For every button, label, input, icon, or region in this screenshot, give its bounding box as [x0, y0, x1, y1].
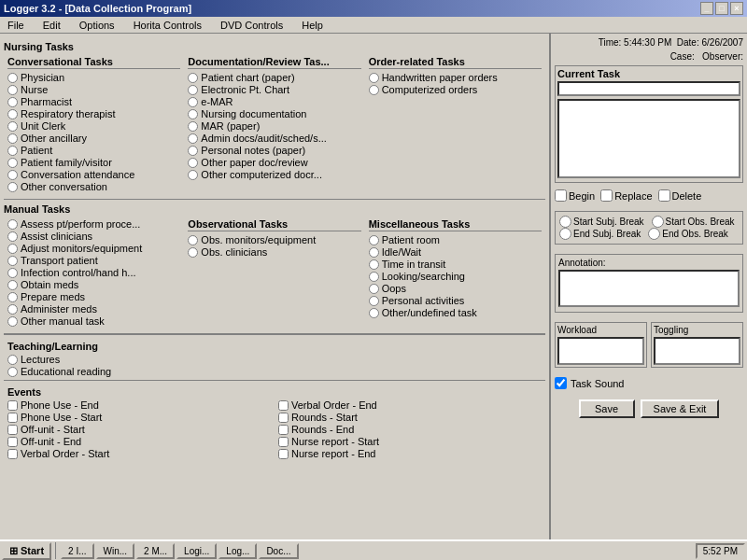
- current-task-textarea[interactable]: [557, 99, 740, 178]
- off-unit-start-check[interactable]: [7, 425, 18, 435]
- other-ancillary-radio[interactable]: [7, 133, 18, 144]
- taskbar: ⊞ Start 2 I... Win... 2 M... Logi... Log…: [0, 539, 747, 560]
- title-bar: Logger 3.2 - [Data Collection Program] _…: [0, 0, 747, 17]
- menu-dvd[interactable]: DVD Controls: [217, 20, 287, 31]
- start-subj-break-radio[interactable]: [559, 216, 571, 228]
- phone-start-check[interactable]: [7, 413, 18, 423]
- menu-horita[interactable]: Horita Controls: [130, 20, 205, 31]
- computerized-orders-radio[interactable]: [369, 85, 379, 95]
- taskbar-item-3[interactable]: 2 M...: [136, 543, 175, 559]
- nurse-report-start-check[interactable]: [278, 437, 289, 447]
- start-button[interactable]: ⊞ Start: [2, 542, 51, 560]
- other-undefined-radio[interactable]: [369, 308, 379, 318]
- prepare-meds-radio[interactable]: [7, 292, 18, 302]
- phone-end-check[interactable]: [7, 400, 18, 411]
- delete-checkbox[interactable]: [658, 189, 670, 202]
- verbal-order-end-check[interactable]: [278, 400, 289, 411]
- obs-clinicians-radio[interactable]: [188, 247, 198, 258]
- conv-attendance-radio[interactable]: [7, 170, 18, 180]
- other-paper-radio[interactable]: [188, 158, 198, 168]
- current-task-input[interactable]: [557, 81, 740, 96]
- nurse-radio[interactable]: [7, 85, 18, 95]
- end-subj-break-item: End Subj. Break: [559, 228, 641, 240]
- close-button[interactable]: ×: [730, 2, 743, 15]
- taskbar-item-6[interactable]: Doc...: [259, 543, 298, 559]
- pharmacist-radio[interactable]: [7, 97, 18, 107]
- edu-reading-radio[interactable]: [7, 367, 18, 377]
- menu-help[interactable]: Help: [298, 20, 327, 31]
- transport-radio[interactable]: [7, 256, 18, 266]
- personal-notes-radio[interactable]: [188, 146, 198, 156]
- end-obs-break-radio[interactable]: [648, 228, 660, 240]
- personal-activities-radio[interactable]: [369, 296, 379, 306]
- patient-family-radio[interactable]: [7, 158, 18, 168]
- off-unit-end-check[interactable]: [7, 437, 18, 447]
- task-sound-checkbox[interactable]: [555, 377, 567, 389]
- end-obs-break-item: End Obs. Break: [648, 228, 728, 240]
- action-buttons-row: Save Save & Exit: [555, 399, 743, 418]
- menu-edit[interactable]: Edit: [39, 20, 64, 31]
- minimize-button[interactable]: _: [700, 2, 713, 15]
- looking-searching-radio[interactable]: [369, 272, 379, 282]
- time-label: Time:: [599, 37, 622, 48]
- replace-checkbox[interactable]: [600, 189, 613, 202]
- menu-options[interactable]: Options: [76, 20, 119, 31]
- list-item: Rounds - Start: [278, 412, 542, 423]
- patient-radio[interactable]: [7, 146, 18, 156]
- start-obs-break-item: Start Obs. Break: [652, 216, 735, 228]
- nurse-report-end-check[interactable]: [278, 449, 289, 459]
- annotation-textarea[interactable]: [558, 270, 740, 307]
- save-button[interactable]: Save: [579, 399, 635, 418]
- assist-clinicians-radio[interactable]: [7, 231, 18, 242]
- rounds-end-check[interactable]: [278, 425, 289, 435]
- other-manual-radio[interactable]: [7, 316, 18, 327]
- taskbar-item-5[interactable]: Log...: [218, 543, 257, 559]
- observer-label: Observer:: [702, 51, 743, 62]
- start-obs-break-radio[interactable]: [652, 216, 664, 228]
- taskbar-item-4[interactable]: Logi...: [176, 543, 217, 559]
- menu-file[interactable]: File: [4, 20, 28, 31]
- infection-control-radio[interactable]: [7, 268, 18, 278]
- maximize-button[interactable]: □: [715, 2, 728, 15]
- idle-wait-radio[interactable]: [369, 247, 379, 258]
- handwritten-orders-radio[interactable]: [369, 73, 379, 83]
- time-in-transit-radio[interactable]: [369, 259, 379, 270]
- lectures-radio[interactable]: [7, 355, 18, 365]
- mar-radio[interactable]: [188, 121, 198, 132]
- conversational-header: Conversational Tasks: [7, 56, 180, 69]
- physician-radio[interactable]: [7, 73, 18, 83]
- rounds-start-check[interactable]: [278, 413, 289, 423]
- nursing-doc-radio[interactable]: [188, 109, 198, 119]
- list-item: Off-unit - End: [7, 436, 271, 447]
- administer-meds-radio[interactable]: [7, 304, 18, 315]
- other-computerized-radio[interactable]: [188, 170, 198, 180]
- toggling-input[interactable]: [654, 337, 740, 365]
- delete-checkbox-item: Delete: [658, 189, 702, 202]
- observational-header: Observational Tasks: [188, 218, 360, 231]
- admin-docs-radio[interactable]: [188, 133, 198, 144]
- adjust-monitors-radio[interactable]: [7, 244, 18, 254]
- obtain-meds-radio[interactable]: [7, 280, 18, 290]
- list-item: Infection control/hand h...: [7, 267, 180, 278]
- delete-label: Delete: [672, 190, 702, 202]
- teaching-section: Teaching/Learning Lectures Educational r…: [4, 334, 545, 381]
- save-exit-button[interactable]: Save & Exit: [641, 399, 720, 418]
- taskbar-item-1[interactable]: 2 I...: [61, 543, 93, 559]
- patient-chart-radio[interactable]: [188, 73, 198, 83]
- patient-room-radio[interactable]: [369, 235, 379, 245]
- emar-radio[interactable]: [188, 97, 198, 107]
- respiratory-radio[interactable]: [7, 109, 18, 119]
- workload-input[interactable]: [557, 337, 644, 365]
- electronic-pt-radio[interactable]: [188, 85, 198, 95]
- other-conv-radio[interactable]: [7, 182, 18, 192]
- taskbar-item-2[interactable]: Win...: [96, 543, 135, 559]
- list-item: Time in transit: [369, 259, 542, 270]
- assess-pt-radio[interactable]: [7, 219, 18, 230]
- obs-monitors-radio[interactable]: [188, 235, 198, 245]
- end-subj-break-radio[interactable]: [559, 228, 571, 240]
- unit-clerk-radio[interactable]: [7, 121, 18, 132]
- begin-checkbox[interactable]: [555, 189, 567, 202]
- oops-radio[interactable]: [369, 284, 379, 294]
- verbal-order-start-check[interactable]: [7, 449, 18, 459]
- menu-bar: File Edit Options Horita Controls DVD Co…: [0, 17, 747, 34]
